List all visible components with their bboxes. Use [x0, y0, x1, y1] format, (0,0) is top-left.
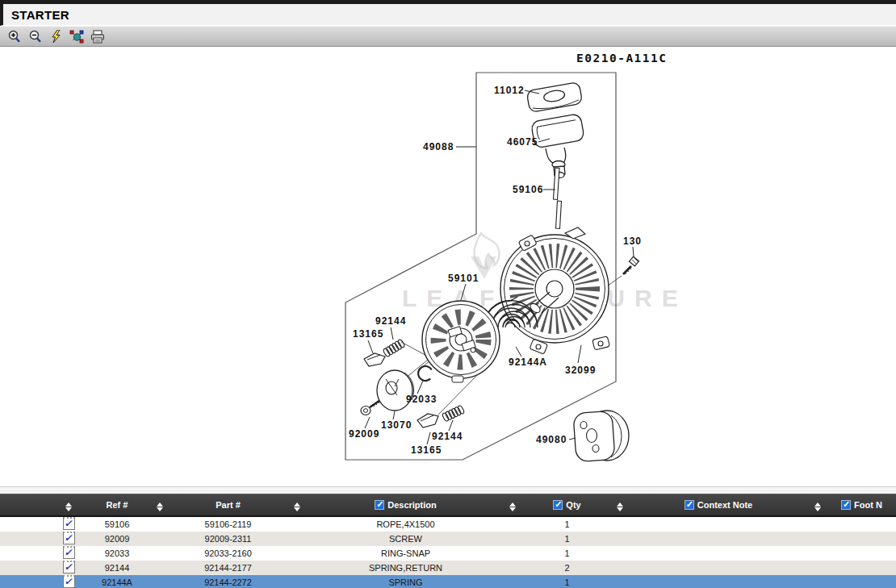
- zoom-out-button[interactable]: [27, 28, 43, 44]
- hotspot-icon: [69, 30, 85, 44]
- part-pawl-upper: [364, 353, 385, 366]
- part-label-92144A[interactable]: 92144A: [509, 357, 547, 368]
- cell-context-note: [630, 532, 807, 546]
- cell-foot-note: [827, 532, 896, 546]
- cell-part: 92144-2177: [174, 561, 283, 575]
- part-label-49088[interactable]: 49088: [423, 141, 454, 152]
- part-grip: [526, 81, 583, 112]
- header-foot-note[interactable]: Foot N: [827, 494, 896, 516]
- sort-part[interactable]: [283, 494, 311, 516]
- part-label-59106[interactable]: 59106: [513, 184, 543, 195]
- cell-part: 59106-2119: [174, 516, 283, 532]
- cell-part: 92033-2160: [174, 546, 283, 561]
- cell-foot-note: [827, 575, 896, 588]
- cell-part: 92009-2311: [174, 532, 283, 546]
- note-edit-icon[interactable]: [63, 517, 75, 530]
- context-note-checkbox[interactable]: [685, 500, 694, 510]
- title-bar: STARTER: [0, 4, 896, 26]
- part-label-92009[interactable]: 92009: [349, 428, 379, 440]
- cell-foot-note: [827, 546, 896, 561]
- part-label-92033[interactable]: 92033: [406, 394, 437, 405]
- sort-arrows-icon: [157, 503, 163, 511]
- cell-qty: 1: [525, 516, 609, 532]
- note-edit-icon[interactable]: [63, 575, 75, 588]
- part-label-59101[interactable]: 59101: [448, 273, 479, 284]
- header-ref[interactable]: Ref #: [89, 494, 145, 516]
- cell-description: SPRING: [311, 575, 500, 588]
- part-label-13165-lower[interactable]: 13165: [411, 444, 442, 456]
- note-edit-icon[interactable]: [63, 561, 75, 573]
- header-spacer: [0, 494, 48, 516]
- refresh-flash-button[interactable]: [48, 28, 64, 44]
- part-pawl-lower: [417, 414, 438, 427]
- parts-diagram: LEAFVENTURE: [0, 47, 896, 486]
- table-row[interactable]: 92144 92144-2177 SPRING,RETURN 2: [0, 561, 896, 575]
- foot-note-checkbox[interactable]: [841, 500, 851, 510]
- part-label-92144-lower[interactable]: 92144: [432, 431, 463, 442]
- note-edit-icon[interactable]: [63, 532, 75, 544]
- cell-ref: 92033: [89, 546, 145, 561]
- table-header-row: Ref # Part # Description Qty Context Not…: [0, 494, 896, 516]
- page-title: STARTER: [11, 8, 69, 22]
- part-pulley: [422, 301, 500, 382]
- table-row[interactable]: 92009 92009-2311 SCREW 1: [0, 532, 896, 546]
- diagram-code: E0210-A111C: [576, 52, 668, 65]
- cell-description: SPRING,RETURN: [311, 561, 500, 575]
- cell-qty: 1: [525, 546, 609, 561]
- cell-context-note: [630, 516, 807, 532]
- cell-context-note: [630, 561, 807, 575]
- sort-ref[interactable]: [145, 494, 174, 516]
- part-label-11012[interactable]: 11012: [494, 85, 525, 96]
- part-label-130[interactable]: 130: [623, 236, 642, 247]
- header-context-note[interactable]: Context Note: [630, 494, 807, 516]
- cell-ref: 92009: [89, 532, 145, 546]
- header-description[interactable]: Description: [311, 494, 500, 516]
- part-label-13165-upper[interactable]: 13165: [353, 328, 383, 340]
- part-label-13070[interactable]: 13070: [381, 419, 412, 431]
- sort-icon-column[interactable]: [48, 494, 89, 516]
- cell-foot-note: [827, 561, 896, 575]
- table-row-selected[interactable]: 92144A 92144-2272 SPRING 1: [0, 575, 896, 588]
- sort-arrows-icon: [617, 503, 623, 511]
- print-icon: [90, 30, 105, 44]
- cell-description: SCREW: [311, 532, 500, 546]
- zoom-in-icon: [7, 30, 21, 44]
- sort-description[interactable]: [500, 494, 525, 516]
- cell-ref: 92144: [89, 561, 145, 575]
- table-row[interactable]: 59106 59106-2119 ROPE,4X1500 1: [0, 516, 896, 532]
- part-label-46075[interactable]: 46075: [507, 136, 538, 148]
- table-row[interactable]: 92033 92033-2160 RING-SNAP 1: [0, 546, 896, 561]
- cell-description: ROPE,4X1500: [311, 516, 500, 532]
- part-screw: [361, 401, 379, 415]
- cell-foot-note: [827, 516, 896, 532]
- diagram-pane: LEAFVENTURE: [0, 47, 896, 486]
- print-button[interactable]: [90, 28, 106, 44]
- part-housing: [500, 227, 609, 354]
- part-label-49080[interactable]: 49080: [536, 434, 567, 445]
- description-checkbox[interactable]: [375, 500, 384, 510]
- cell-qty: 1: [525, 575, 609, 588]
- part-label-92144-upper[interactable]: 92144: [375, 315, 406, 327]
- zoom-in-button[interactable]: [6, 28, 22, 44]
- part-label-32099[interactable]: 32099: [565, 365, 596, 376]
- lightning-icon: [50, 30, 62, 44]
- sort-context-note[interactable]: [807, 494, 827, 516]
- qty-checkbox[interactable]: [553, 500, 563, 510]
- sort-arrows-icon: [65, 503, 72, 511]
- cell-description: RING-SNAP: [311, 546, 500, 561]
- hotspot-map-button[interactable]: [69, 28, 85, 44]
- part-return-spring-upper: [383, 339, 405, 357]
- cell-qty: 2: [525, 561, 609, 575]
- sort-qty[interactable]: [609, 494, 630, 516]
- sort-arrows-icon: [814, 503, 821, 511]
- cell-part: 92144-2272: [174, 575, 283, 588]
- sort-arrows-icon: [294, 503, 300, 511]
- sort-arrows-icon: [509, 503, 516, 511]
- cell-ref: 59106: [89, 516, 145, 532]
- header-part[interactable]: Part #: [174, 494, 283, 516]
- zoom-out-icon: [28, 30, 42, 44]
- header-qty[interactable]: Qty: [525, 494, 609, 516]
- part-cover: [573, 411, 629, 462]
- pane-divider: [0, 486, 896, 494]
- note-edit-icon[interactable]: [63, 546, 75, 559]
